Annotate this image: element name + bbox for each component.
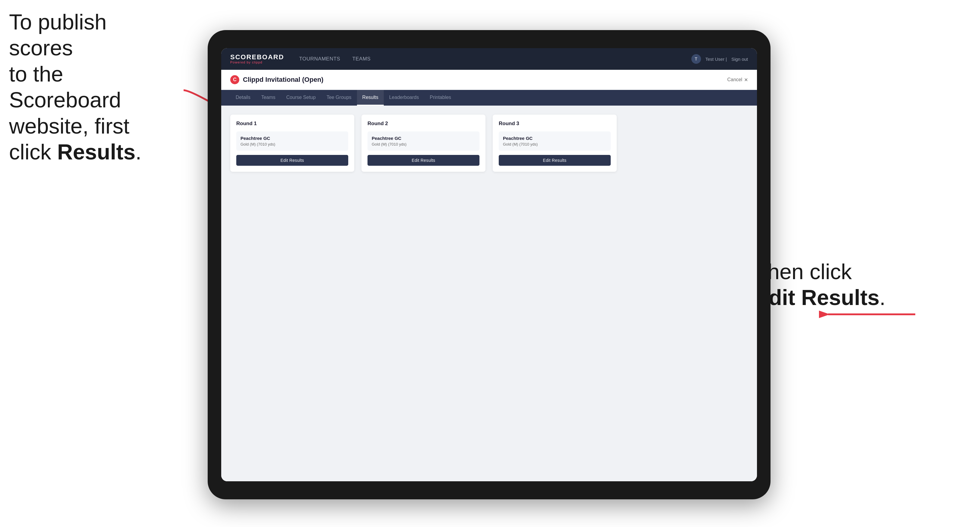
round-2-course-detail: Gold (M) (7010 yds) [372,142,475,146]
tab-results[interactable]: Results [357,90,384,106]
tab-course-setup[interactable]: Course Setup [281,90,321,106]
logo-sub: Powered by clippd [230,60,284,64]
instruction-left-text: To publish scoresto the Scoreboardwebsit… [9,10,142,164]
main-content: Round 1 Peachtree GC Gold (M) (7010 yds)… [221,106,757,481]
tab-details[interactable]: Details [230,90,256,106]
round-1-course-name: Peachtree GC [240,136,344,141]
rounds-grid: Round 1 Peachtree GC Gold (M) (7010 yds)… [230,114,748,172]
empty-column [624,114,748,172]
round-1-card: Round 1 Peachtree GC Gold (M) (7010 yds)… [230,114,354,172]
user-avatar: T [691,54,701,64]
tablet-frame: SCOREBOARD Powered by clippd TOURNAMENTS… [208,30,770,499]
cancel-x-icon: ✕ [744,77,748,83]
tournament-name: Clippd Invitational (Open) [243,76,323,84]
cancel-button[interactable]: Cancel ✕ [727,77,748,83]
c-logo: C [230,75,239,84]
round-2-card: Round 2 Peachtree GC Gold (M) (7010 yds)… [361,114,485,172]
tournament-header: C Clippd Invitational (Open) Cancel ✕ [221,70,757,90]
nav-right: T Test User | Sign out [691,54,748,64]
results-bold: Results [57,140,135,164]
tab-leaderboards[interactable]: Leaderboards [384,90,425,106]
round-3-title: Round 3 [499,121,611,127]
top-nav: SCOREBOARD Powered by clippd TOURNAMENTS… [221,48,757,70]
round-1-title: Round 1 [236,121,348,127]
round-1-course-detail: Gold (M) (7010 yds) [240,142,344,146]
nav-links: TOURNAMENTS TEAMS [299,56,691,62]
logo-text: SCOREBOARD [230,54,284,60]
edit-results-btn-2[interactable]: Edit Results [368,155,479,166]
tab-nav: Details Teams Course Setup Tee Groups Re… [221,90,757,106]
tab-printables[interactable]: Printables [425,90,457,106]
round-3-course-name: Peachtree GC [503,136,606,141]
instruction-right: Then clickEdit Results. [754,259,911,311]
round-3-card: Round 3 Peachtree GC Gold (M) (7010 yds)… [493,114,617,172]
nav-tournaments[interactable]: TOURNAMENTS [299,56,340,62]
edit-results-btn-3[interactable]: Edit Results [499,155,611,166]
round-1-course-card: Peachtree GC Gold (M) (7010 yds) [236,132,348,151]
edit-results-btn-1[interactable]: Edit Results [236,155,348,166]
tournament-title: C Clippd Invitational (Open) [230,75,323,84]
round-2-title: Round 2 [368,121,479,127]
then-click-text: Then clickEdit Results. [754,260,886,310]
user-info: Test User | [705,57,727,62]
logo-area: SCOREBOARD Powered by clippd [230,54,284,64]
round-3-course-detail: Gold (M) (7010 yds) [503,142,606,146]
period2: . [880,286,886,310]
cancel-label: Cancel [727,77,742,83]
instruction-left: To publish scoresto the Scoreboardwebsit… [9,9,172,165]
round-2-course-name: Peachtree GC [372,136,475,141]
round-2-course-card: Peachtree GC Gold (M) (7010 yds) [368,132,479,151]
tab-teams[interactable]: Teams [256,90,281,106]
tab-tee-groups[interactable]: Tee Groups [321,90,357,106]
sign-out-link[interactable]: Sign out [732,57,748,62]
nav-teams[interactable]: TEAMS [352,56,371,62]
period: . [135,140,142,164]
round-3-course-card: Peachtree GC Gold (M) (7010 yds) [499,132,611,151]
tablet-screen: SCOREBOARD Powered by clippd TOURNAMENTS… [221,48,757,481]
edit-results-bold: Edit Results [754,286,880,310]
